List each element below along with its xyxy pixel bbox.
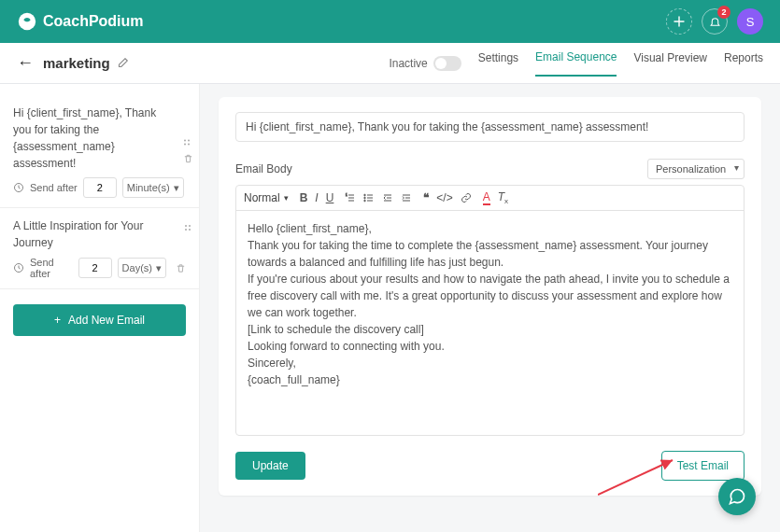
code-icon[interactable]: </>	[436, 191, 452, 204]
chevron-down-icon: ▾	[284, 193, 289, 203]
notification-badge: 2	[717, 6, 730, 19]
unordered-list-icon[interactable]	[363, 192, 375, 203]
delete-icon[interactable]	[176, 263, 186, 273]
email-list-sidebar: Hi {client_first_name}, Thank you for ta…	[0, 84, 200, 532]
svg-point-10	[189, 229, 191, 231]
italic-icon[interactable]: I	[315, 191, 318, 204]
topbar: CoachPodium 2 S	[0, 0, 780, 43]
clock-icon	[13, 182, 24, 193]
svg-point-5	[188, 144, 190, 146]
indent-icon[interactable]	[401, 192, 412, 203]
svg-point-7	[185, 225, 187, 227]
delete-icon[interactable]	[183, 154, 193, 164]
send-after-label: Send after	[30, 257, 73, 279]
send-after-value-input[interactable]	[83, 177, 117, 198]
outdent-icon[interactable]	[382, 192, 393, 203]
avatar-initial: S	[746, 15, 755, 29]
svg-point-8	[189, 225, 191, 227]
clock-icon	[13, 262, 24, 273]
send-after-value-input[interactable]	[78, 258, 112, 278]
svg-point-13	[364, 197, 366, 199]
chevron-down-icon: ▾	[156, 262, 162, 274]
svg-point-9	[185, 229, 187, 231]
email-list-item[interactable]: Hi {client_first_name}, Thank you for ta…	[0, 95, 199, 208]
plus-icon: +	[54, 314, 61, 327]
editor-toolbar: Normal ▾ B I U 1 ❝ </>	[236, 186, 744, 211]
text-color-icon[interactable]: A	[483, 190, 490, 205]
help-fab[interactable]	[718, 478, 756, 515]
ordered-list-icon[interactable]: 1	[345, 192, 356, 203]
add-email-label: Add New Email	[68, 314, 145, 327]
subject-input[interactable]: Hi {client_first_name}, Thank you for ta…	[235, 112, 745, 142]
svg-point-3	[188, 140, 190, 142]
notifications-button[interactable]: 2	[702, 8, 728, 35]
svg-text:1: 1	[346, 193, 347, 197]
brand: CoachPodium	[17, 11, 144, 32]
chevron-down-icon: ▾	[174, 182, 179, 194]
clear-format-icon[interactable]: Tx	[498, 190, 508, 205]
svg-point-14	[364, 200, 366, 202]
status-label: Inactive	[389, 57, 427, 70]
page-title-text: marketing	[43, 55, 110, 71]
brand-text: CoachPodium	[43, 13, 144, 30]
email-body-editor[interactable]: Hello {client_first_name}, Thank you for…	[236, 211, 744, 435]
link-icon[interactable]	[461, 192, 472, 203]
page-title: marketing	[43, 55, 129, 71]
topbar-right: 2 S	[666, 8, 763, 35]
tab-reports[interactable]: Reports	[724, 51, 763, 76]
format-select[interactable]: Normal ▾	[244, 191, 289, 204]
update-button[interactable]: Update	[235, 452, 305, 480]
edit-icon[interactable]	[116, 57, 129, 70]
email-list-item[interactable]: A Little Inspiration for Your Journey Se…	[0, 208, 199, 289]
add-new-email-button[interactable]: + Add New Email	[13, 304, 186, 336]
drag-handle-icon[interactable]	[184, 224, 193, 233]
test-email-button[interactable]: Test Email	[661, 451, 745, 481]
subbar: ← marketing Inactive Settings Email Sequ…	[0, 43, 780, 84]
personalization-select[interactable]: Personalization	[647, 159, 745, 179]
bold-icon[interactable]: B	[300, 191, 308, 204]
tab-visual-preview[interactable]: Visual Preview	[633, 51, 706, 76]
send-after-unit-select[interactable]: Day(s)▾	[118, 258, 166, 278]
back-arrow-icon[interactable]: ←	[17, 53, 34, 73]
email-body-label: Email Body	[235, 162, 292, 175]
underline-icon[interactable]: U	[326, 191, 334, 204]
email-subject-preview: A Little Inspiration for Your Journey	[13, 217, 167, 251]
status-toggle[interactable]	[433, 56, 461, 71]
tab-settings[interactable]: Settings	[478, 51, 518, 76]
add-button[interactable]	[666, 8, 692, 35]
svg-point-12	[364, 194, 366, 196]
editor-pane: Hi {client_first_name}, Thank you for ta…	[200, 84, 780, 532]
svg-point-4	[184, 144, 186, 146]
avatar[interactable]: S	[737, 8, 763, 35]
send-after-unit-select[interactable]: Minute(s)▾	[122, 177, 184, 198]
svg-point-2	[184, 140, 186, 142]
format-label: Normal	[244, 191, 280, 204]
email-subject-preview: Hi {client_first_name}, Thank you for ta…	[13, 105, 167, 172]
status-toggle-group: Inactive	[389, 56, 461, 71]
tab-email-sequence[interactable]: Email Sequence	[535, 50, 617, 77]
quote-icon[interactable]: ❝	[423, 191, 429, 204]
drag-handle-icon[interactable]	[183, 139, 193, 148]
logo-icon	[17, 11, 37, 32]
send-after-label: Send after	[30, 182, 78, 193]
